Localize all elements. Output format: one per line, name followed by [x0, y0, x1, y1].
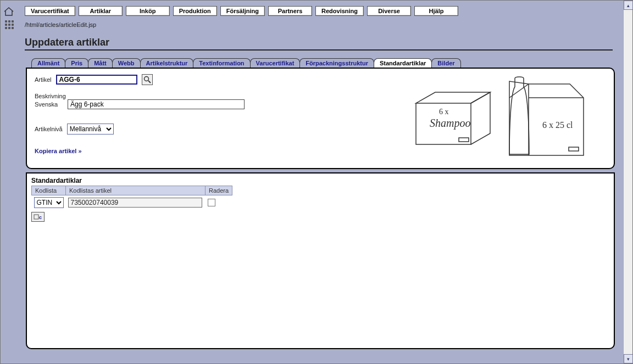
menu-artiklar[interactable]: Artiklar — [79, 6, 123, 16]
svg-text:6 x 25 cl: 6 x 25 cl — [542, 120, 573, 130]
menu-diverse[interactable]: Diverse — [367, 6, 411, 16]
svg-text:Shampoo: Shampoo — [430, 117, 470, 130]
tab-standardartiklar[interactable]: Standardartiklar — [374, 58, 432, 68]
add-row-button[interactable]: c — [31, 212, 45, 222]
breadcrumb: /html/articles/articleEdit.jsp — [25, 21, 96, 28]
add-row-icon: c — [34, 214, 42, 220]
article-label: Artikel — [35, 76, 52, 83]
package-illustration: 6 x Shampoo 6 x 25 cl — [405, 73, 597, 165]
scroll-track[interactable] — [624, 10, 632, 354]
description-lang-label: Svenska — [35, 101, 63, 108]
col-kodlista: Kodlista — [32, 186, 66, 195]
menu-inkop[interactable]: Inköp — [126, 6, 170, 16]
home-icon[interactable] — [4, 7, 14, 17]
level-select[interactable]: Mellannivå — [67, 124, 114, 135]
page-title: Uppdatera artiklar — [25, 37, 613, 51]
standard-articles-table: Kodlista Kodlistas artikel Radera GTIN — [31, 186, 232, 210]
tab-webb[interactable]: Webb — [112, 58, 141, 68]
article-input[interactable] — [56, 75, 137, 85]
tab-pris[interactable]: Pris — [65, 58, 88, 68]
form-panel: Artikel Beskrivning Svenska Artikelnivå … — [26, 68, 615, 169]
kodlistas-artikel-input[interactable] — [68, 198, 202, 208]
svg-point-0 — [144, 77, 148, 81]
table-row: GTIN — [32, 195, 232, 210]
tab-strip: Allmänt Pris Mått Webb Artikelstruktur T… — [31, 58, 460, 68]
tab-forpackningsstruktur[interactable]: Förpackningsstruktur — [299, 58, 374, 68]
delete-checkbox[interactable] — [208, 199, 215, 206]
tab-artikelstruktur[interactable]: Artikelstruktur — [140, 58, 194, 68]
svg-text:6 x: 6 x — [439, 108, 449, 116]
svg-text:c: c — [39, 215, 42, 220]
scroll-down-button[interactable]: ▾ — [624, 354, 633, 363]
vertical-scrollbar[interactable]: ▴ ▾ — [623, 1, 632, 363]
tab-varucertifikat[interactable]: Varucertifikat — [250, 58, 301, 68]
standard-articles-panel: Standardartiklar Kodlista Kodlistas arti… — [26, 172, 615, 349]
menu-forsaljning[interactable]: Försäljning — [220, 6, 265, 16]
menu-redovisning[interactable]: Redovisning — [315, 6, 364, 16]
svg-rect-9 — [569, 147, 579, 151]
tab-textinformation[interactable]: Textinformation — [193, 58, 250, 68]
svg-line-1 — [148, 81, 151, 83]
level-label: Artikelnivå — [35, 126, 63, 132]
tab-bilder[interactable]: Bilder — [431, 58, 460, 68]
tab-allmant[interactable]: Allmänt — [31, 58, 65, 68]
section-title: Standardartiklar — [31, 177, 609, 184]
description-input[interactable] — [68, 99, 245, 109]
svg-rect-4 — [459, 138, 469, 142]
top-menu: Varucertifikat Artiklar Inköp Produktion… — [25, 6, 458, 16]
article-lookup-button[interactable] — [142, 74, 153, 85]
svg-rect-10 — [34, 215, 38, 219]
col-radera: Radera — [206, 186, 232, 195]
kodlista-select[interactable]: GTIN — [34, 197, 64, 208]
menu-produktion[interactable]: Produktion — [173, 6, 217, 16]
menu-hjalp[interactable]: Hjälp — [414, 6, 458, 16]
scroll-up-button[interactable]: ▴ — [624, 1, 633, 10]
col-kodlistas-artikel: Kodlistas artikel — [66, 186, 206, 195]
menu-varucertifikat[interactable]: Varucertifikat — [25, 6, 75, 16]
search-icon — [143, 76, 151, 83]
apps-grid-icon[interactable] — [5, 20, 14, 29]
menu-partners[interactable]: Partners — [268, 6, 312, 16]
tab-matt[interactable]: Mått — [88, 58, 113, 68]
copy-article-link[interactable]: Kopiera artikel » — [35, 148, 82, 154]
